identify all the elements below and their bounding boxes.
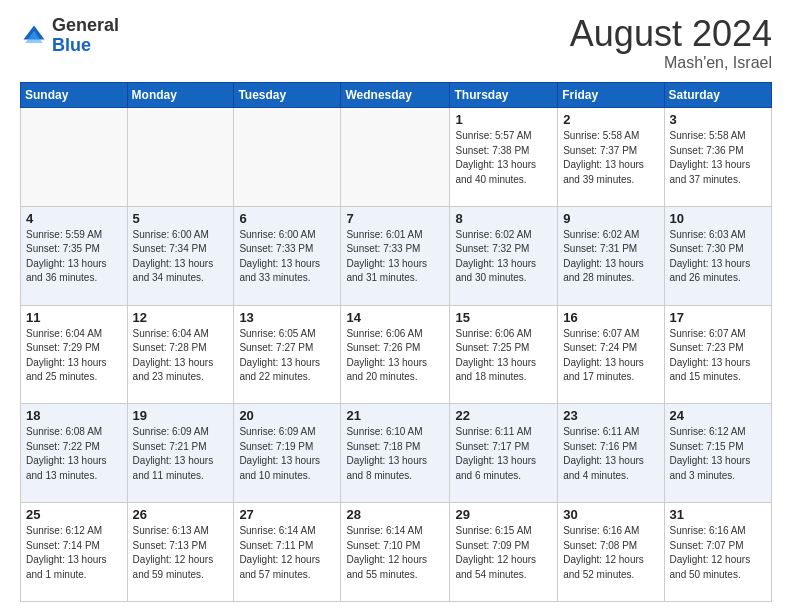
- table-row: 28Sunrise: 6:14 AM Sunset: 7:10 PM Dayli…: [341, 503, 450, 602]
- day-number: 13: [239, 310, 335, 325]
- table-row: 17Sunrise: 6:07 AM Sunset: 7:23 PM Dayli…: [664, 305, 771, 404]
- table-row: 25Sunrise: 6:12 AM Sunset: 7:14 PM Dayli…: [21, 503, 128, 602]
- table-row: 23Sunrise: 6:11 AM Sunset: 7:16 PM Dayli…: [558, 404, 664, 503]
- col-thursday: Thursday: [450, 83, 558, 108]
- table-row: 13Sunrise: 6:05 AM Sunset: 7:27 PM Dayli…: [234, 305, 341, 404]
- logo: General Blue: [20, 16, 119, 56]
- day-number: 8: [455, 211, 552, 226]
- table-row: 16Sunrise: 6:07 AM Sunset: 7:24 PM Dayli…: [558, 305, 664, 404]
- col-monday: Monday: [127, 83, 234, 108]
- day-info: Sunrise: 6:00 AM Sunset: 7:34 PM Dayligh…: [133, 228, 229, 286]
- page: General Blue August 2024 Mash'en, Israel…: [0, 0, 792, 612]
- day-info: Sunrise: 6:04 AM Sunset: 7:28 PM Dayligh…: [133, 327, 229, 385]
- location-subtitle: Mash'en, Israel: [570, 54, 772, 72]
- table-row: 21Sunrise: 6:10 AM Sunset: 7:18 PM Dayli…: [341, 404, 450, 503]
- table-row: 19Sunrise: 6:09 AM Sunset: 7:21 PM Dayli…: [127, 404, 234, 503]
- calendar-week-row: 4Sunrise: 5:59 AM Sunset: 7:35 PM Daylig…: [21, 206, 772, 305]
- day-info: Sunrise: 6:10 AM Sunset: 7:18 PM Dayligh…: [346, 425, 444, 483]
- day-number: 16: [563, 310, 658, 325]
- day-number: 9: [563, 211, 658, 226]
- day-info: Sunrise: 5:58 AM Sunset: 7:37 PM Dayligh…: [563, 129, 658, 187]
- day-info: Sunrise: 6:07 AM Sunset: 7:24 PM Dayligh…: [563, 327, 658, 385]
- table-row: 20Sunrise: 6:09 AM Sunset: 7:19 PM Dayli…: [234, 404, 341, 503]
- table-row: 10Sunrise: 6:03 AM Sunset: 7:30 PM Dayli…: [664, 206, 771, 305]
- logo-general: General: [52, 15, 119, 35]
- day-info: Sunrise: 6:12 AM Sunset: 7:15 PM Dayligh…: [670, 425, 766, 483]
- table-row: 22Sunrise: 6:11 AM Sunset: 7:17 PM Dayli…: [450, 404, 558, 503]
- day-info: Sunrise: 6:07 AM Sunset: 7:23 PM Dayligh…: [670, 327, 766, 385]
- day-number: 5: [133, 211, 229, 226]
- day-number: 1: [455, 112, 552, 127]
- day-info: Sunrise: 6:06 AM Sunset: 7:25 PM Dayligh…: [455, 327, 552, 385]
- day-number: 26: [133, 507, 229, 522]
- table-row: 27Sunrise: 6:14 AM Sunset: 7:11 PM Dayli…: [234, 503, 341, 602]
- col-saturday: Saturday: [664, 83, 771, 108]
- day-number: 20: [239, 408, 335, 423]
- day-info: Sunrise: 5:59 AM Sunset: 7:35 PM Dayligh…: [26, 228, 122, 286]
- day-info: Sunrise: 6:16 AM Sunset: 7:08 PM Dayligh…: [563, 524, 658, 582]
- day-info: Sunrise: 6:14 AM Sunset: 7:11 PM Dayligh…: [239, 524, 335, 582]
- table-row: 15Sunrise: 6:06 AM Sunset: 7:25 PM Dayli…: [450, 305, 558, 404]
- table-row: [234, 108, 341, 207]
- table-row: 11Sunrise: 6:04 AM Sunset: 7:29 PM Dayli…: [21, 305, 128, 404]
- day-info: Sunrise: 6:04 AM Sunset: 7:29 PM Dayligh…: [26, 327, 122, 385]
- calendar-week-row: 18Sunrise: 6:08 AM Sunset: 7:22 PM Dayli…: [21, 404, 772, 503]
- day-info: Sunrise: 6:05 AM Sunset: 7:27 PM Dayligh…: [239, 327, 335, 385]
- day-info: Sunrise: 6:14 AM Sunset: 7:10 PM Dayligh…: [346, 524, 444, 582]
- day-number: 28: [346, 507, 444, 522]
- day-number: 6: [239, 211, 335, 226]
- table-row: 29Sunrise: 6:15 AM Sunset: 7:09 PM Dayli…: [450, 503, 558, 602]
- table-row: 30Sunrise: 6:16 AM Sunset: 7:08 PM Dayli…: [558, 503, 664, 602]
- day-info: Sunrise: 5:57 AM Sunset: 7:38 PM Dayligh…: [455, 129, 552, 187]
- day-info: Sunrise: 6:09 AM Sunset: 7:21 PM Dayligh…: [133, 425, 229, 483]
- generalblue-logo-icon: [20, 22, 48, 50]
- table-row: 9Sunrise: 6:02 AM Sunset: 7:31 PM Daylig…: [558, 206, 664, 305]
- col-tuesday: Tuesday: [234, 83, 341, 108]
- table-row: 7Sunrise: 6:01 AM Sunset: 7:33 PM Daylig…: [341, 206, 450, 305]
- day-number: 7: [346, 211, 444, 226]
- logo-text: General Blue: [52, 16, 119, 56]
- month-year-title: August 2024: [570, 16, 772, 52]
- calendar-week-row: 25Sunrise: 6:12 AM Sunset: 7:14 PM Dayli…: [21, 503, 772, 602]
- day-info: Sunrise: 6:02 AM Sunset: 7:32 PM Dayligh…: [455, 228, 552, 286]
- table-row: 8Sunrise: 6:02 AM Sunset: 7:32 PM Daylig…: [450, 206, 558, 305]
- table-row: [127, 108, 234, 207]
- table-row: [341, 108, 450, 207]
- table-row: 26Sunrise: 6:13 AM Sunset: 7:13 PM Dayli…: [127, 503, 234, 602]
- table-row: 1Sunrise: 5:57 AM Sunset: 7:38 PM Daylig…: [450, 108, 558, 207]
- day-info: Sunrise: 6:11 AM Sunset: 7:17 PM Dayligh…: [455, 425, 552, 483]
- table-row: 6Sunrise: 6:00 AM Sunset: 7:33 PM Daylig…: [234, 206, 341, 305]
- day-info: Sunrise: 6:01 AM Sunset: 7:33 PM Dayligh…: [346, 228, 444, 286]
- day-number: 11: [26, 310, 122, 325]
- calendar-week-row: 11Sunrise: 6:04 AM Sunset: 7:29 PM Dayli…: [21, 305, 772, 404]
- day-number: 18: [26, 408, 122, 423]
- day-number: 12: [133, 310, 229, 325]
- table-row: 12Sunrise: 6:04 AM Sunset: 7:28 PM Dayli…: [127, 305, 234, 404]
- day-info: Sunrise: 6:16 AM Sunset: 7:07 PM Dayligh…: [670, 524, 766, 582]
- day-info: Sunrise: 6:02 AM Sunset: 7:31 PM Dayligh…: [563, 228, 658, 286]
- day-number: 24: [670, 408, 766, 423]
- logo-blue: Blue: [52, 35, 91, 55]
- day-info: Sunrise: 6:06 AM Sunset: 7:26 PM Dayligh…: [346, 327, 444, 385]
- day-number: 17: [670, 310, 766, 325]
- table-row: 2Sunrise: 5:58 AM Sunset: 7:37 PM Daylig…: [558, 108, 664, 207]
- day-info: Sunrise: 6:00 AM Sunset: 7:33 PM Dayligh…: [239, 228, 335, 286]
- day-number: 31: [670, 507, 766, 522]
- day-number: 14: [346, 310, 444, 325]
- day-info: Sunrise: 6:11 AM Sunset: 7:16 PM Dayligh…: [563, 425, 658, 483]
- table-row: 3Sunrise: 5:58 AM Sunset: 7:36 PM Daylig…: [664, 108, 771, 207]
- col-sunday: Sunday: [21, 83, 128, 108]
- day-number: 2: [563, 112, 658, 127]
- calendar-table: Sunday Monday Tuesday Wednesday Thursday…: [20, 82, 772, 602]
- day-number: 21: [346, 408, 444, 423]
- day-number: 23: [563, 408, 658, 423]
- table-row: 24Sunrise: 6:12 AM Sunset: 7:15 PM Dayli…: [664, 404, 771, 503]
- day-info: Sunrise: 6:13 AM Sunset: 7:13 PM Dayligh…: [133, 524, 229, 582]
- day-number: 22: [455, 408, 552, 423]
- table-row: 18Sunrise: 6:08 AM Sunset: 7:22 PM Dayli…: [21, 404, 128, 503]
- table-row: 4Sunrise: 5:59 AM Sunset: 7:35 PM Daylig…: [21, 206, 128, 305]
- day-number: 30: [563, 507, 658, 522]
- table-row: 14Sunrise: 6:06 AM Sunset: 7:26 PM Dayli…: [341, 305, 450, 404]
- day-number: 4: [26, 211, 122, 226]
- day-info: Sunrise: 6:12 AM Sunset: 7:14 PM Dayligh…: [26, 524, 122, 582]
